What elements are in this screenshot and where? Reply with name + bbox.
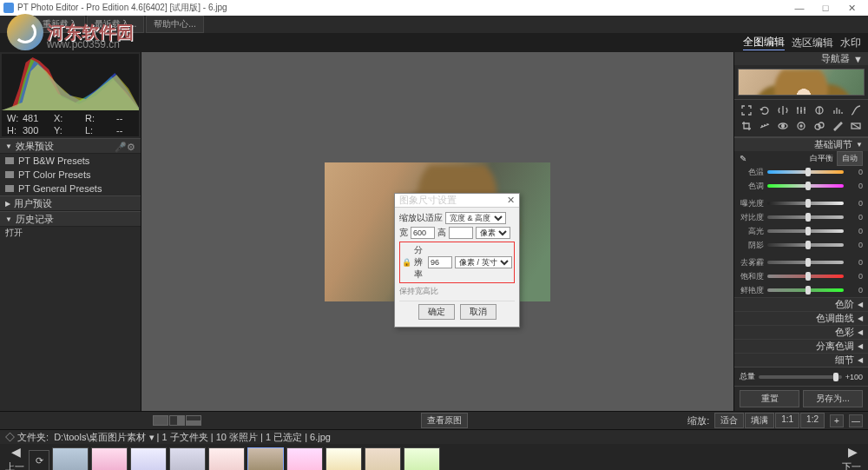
thumbnail[interactable]: 2017-12-15.18... [365,447,401,470]
arrow-left-icon: ◀ [11,445,21,459]
slider-track[interactable] [767,229,844,233]
thumbnail[interactable]: 2.jpg [52,447,89,470]
slider-track[interactable] [767,275,844,278]
expand-icon[interactable] [738,103,754,117]
section-header[interactable]: 色阶◀ [734,297,868,311]
app-icon [3,3,14,13]
slider-track[interactable] [767,215,844,219]
mode-full-edit[interactable]: 全图编辑 [743,35,785,50]
total-slider[interactable] [759,375,842,379]
user-presets-header[interactable]: ▶用户预设 [0,195,141,211]
section-header[interactable]: 色调曲线◀ [734,311,868,325]
history-header[interactable]: ▼历史记录 [0,211,141,227]
rotate-icon[interactable] [756,103,773,117]
res-unit-select[interactable]: 像素 / 英寸 [455,256,512,268]
curve-icon[interactable] [848,103,865,117]
scale-mode-select[interactable]: 宽度 & 高度 [445,212,506,224]
crop-icon[interactable] [738,119,754,133]
window-max-button[interactable]: □ [812,3,838,13]
window-min-button[interactable]: — [786,3,812,13]
mic-icon[interactable]: 🎤 [115,142,123,150]
tone-icon[interactable] [812,103,828,117]
cancel-button[interactable]: 取消 [460,304,496,320]
section-header[interactable]: 分离色调◀ [734,339,868,353]
slider-track[interactable] [767,288,844,292]
slider-track[interactable] [767,261,844,264]
thumbnail[interactable]: 7.jpg [286,447,323,470]
refresh-button[interactable]: ⟳刷新 [29,450,49,470]
zoom-out-button[interactable]: — [849,414,863,427]
resolution-input[interactable] [428,256,452,268]
zoom-fill-button[interactable]: 填满 [745,413,774,428]
history-item[interactable]: 打开 [0,227,141,241]
thumbnail[interactable]: 3.jpg [130,447,167,470]
preset-item[interactable]: PT B&W Presets [0,154,141,168]
sliders-icon[interactable] [792,103,809,117]
window-close-button[interactable]: ✕ [838,3,865,14]
layout-single-icon[interactable] [153,415,168,426]
navigator-header[interactable]: 导航器▼ [734,52,868,65]
gear-icon[interactable]: ⚙ [127,142,135,150]
hist-l: -- [116,125,127,136]
dialog-titlebar[interactable]: 图象尺寸设置 ✕ [395,194,519,208]
auto-wb-button[interactable]: 自动 [837,151,863,166]
arrow-right-icon: ▶ [848,445,858,459]
zoom-11-button[interactable]: 1:1 [775,413,799,428]
thumbnail[interactable]: 8.jpg [326,447,362,470]
layout-split-h-icon[interactable] [169,415,185,426]
levels-icon[interactable] [830,103,846,117]
dialog-title: 图象尺寸设置 [399,194,457,207]
window-title: PT Photo Editor - Pro Edition 4.6[6402] … [17,2,786,14]
mode-watermark[interactable]: 水印 [840,36,861,50]
clone-icon[interactable] [812,119,828,133]
slider-track[interactable] [767,202,844,205]
effects-header[interactable]: ▼ 效果预设 🎤 ⚙ [0,138,141,154]
view-original-button[interactable]: 查看原图 [421,413,468,428]
hist-r: -- [116,113,127,123]
thumbnail[interactable]: 4.jpg [169,447,206,470]
layout-split-v-icon[interactable] [186,415,201,426]
path-text[interactable]: D:\tools\桌面图片素材 ▾ | 1 子文件夹 | 10 张照片 | 1 … [54,431,331,444]
slider-track[interactable] [767,170,844,174]
saveas-button[interactable]: 另存为... [803,390,863,407]
mode-region-edit[interactable]: 选区编辑 [792,36,833,50]
height-input[interactable] [449,227,473,239]
flip-icon[interactable] [774,103,791,117]
gradient-icon[interactable] [848,119,865,133]
section-header[interactable]: 色彩◀ [734,325,868,339]
top-tab[interactable]: 重新载入 [35,16,85,33]
chevron-left-icon: ◀ [858,342,863,350]
ok-button[interactable]: 确定 [418,304,455,320]
zoom-12-button[interactable]: 1:2 [800,413,825,428]
preset-item[interactable]: PT Color Presets [0,168,141,182]
top-tab[interactable]: 最近载入... [87,16,144,33]
left-panel: W:481 X: R:-- H:300 Y: L:-- ▼ 效果预设 🎤 ⚙ P… [0,52,141,411]
slider-色调: 色调0 [734,179,868,193]
svg-point-4 [800,125,802,127]
width-input[interactable] [411,227,435,239]
thumbnail[interactable]: 6.jpg [247,447,284,470]
top-tab[interactable]: 帮助中心... [146,16,203,33]
zoom-in-button[interactable]: + [830,414,844,427]
lock-icon[interactable]: 🔒 [402,258,411,267]
prev-image-button[interactable]: ◀上一个 [5,450,26,470]
navigator-thumbnail[interactable] [738,69,865,96]
zoom-fit-button[interactable]: 适合 [714,413,744,428]
target-icon[interactable] [792,119,809,133]
thumbnail[interactable]: 5.jpg [208,447,245,470]
reset-button[interactable]: 重置 [740,390,799,407]
chevron-down-icon: ▼ [5,215,12,223]
redeye-icon[interactable] [774,119,791,133]
next-image-button[interactable]: ▶下一个 [842,450,863,470]
thumbnail[interactable]: 20--.jpg [91,447,128,470]
brush-icon[interactable] [830,119,846,133]
slider-track[interactable] [767,243,844,247]
slider-track[interactable] [767,184,844,188]
size-unit-select[interactable]: 像素 [476,227,510,239]
straighten-icon[interactable] [756,119,773,133]
section-header[interactable]: 细节◀ [734,353,868,367]
dialog-close-button[interactable]: ✕ [507,195,515,206]
preset-item[interactable]: PT General Presets [0,182,141,195]
thumbnail[interactable]: 2017-12-16.7... [404,447,440,470]
basic-adjust-header[interactable]: 基础调节▼ [734,137,868,151]
